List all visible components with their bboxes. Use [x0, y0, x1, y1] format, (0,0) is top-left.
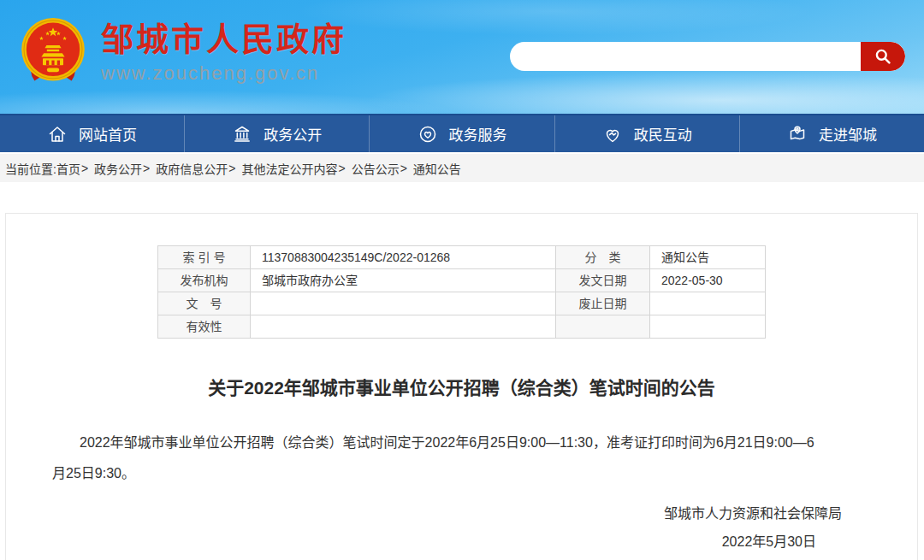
meta-label-index-number: 索 引 号 — [158, 246, 251, 269]
map-pin-icon — [787, 124, 808, 144]
meta-table: 索 引 号 11370883004235149C/2022-01268 分 类 … — [157, 245, 766, 339]
nav-item-label: 政务公开 — [264, 123, 322, 144]
meta-value-validity — [251, 315, 556, 339]
meta-table-row: 有效性 — [158, 315, 766, 339]
meta-value-repeal-date — [650, 292, 766, 315]
breadcrumb-separator: > — [143, 162, 150, 175]
nav-item-gov-services[interactable]: 政务服务 — [369, 115, 554, 152]
site-search — [510, 42, 905, 71]
nav-item-label: 走进邹城 — [819, 123, 877, 144]
nav-item-interaction[interactable]: 政民互动 — [554, 115, 739, 152]
breadcrumb-link-public-notices[interactable]: 公告公示 — [352, 160, 400, 177]
breadcrumb-link-home[interactable]: 首页 — [56, 160, 80, 177]
meta-value-issue-date: 2022-05-30 — [650, 269, 766, 292]
page: 邹城市人民政府 www.zoucheng.gov.cn 网站首页 — [0, 0, 924, 560]
breadcrumb-separator: > — [400, 162, 407, 175]
breadcrumb-link-gov-affairs[interactable]: 政务公开 — [94, 160, 142, 177]
government-building-icon — [232, 124, 252, 144]
search-button[interactable] — [861, 42, 905, 71]
handshake-heart-icon — [602, 124, 623, 144]
nav-item-label: 网站首页 — [79, 123, 137, 144]
meta-table-row: 发布机构 邹城市政府办公室 发文日期 2022-05-30 — [158, 269, 766, 292]
meta-value-issuing-agency: 邹城市政府办公室 — [251, 269, 556, 292]
meta-label-repeal-date: 废止日期 — [556, 292, 650, 315]
article-card: 索 引 号 11370883004235149C/2022-01268 分 类 … — [5, 213, 918, 560]
breadcrumb-link-notices[interactable]: 通知公告 — [413, 160, 461, 177]
article-date: 2022年5月30日 — [6, 528, 917, 556]
nav-item-gov-affairs[interactable]: 政务公开 — [184, 115, 369, 152]
nav-item-home[interactable]: 网站首页 — [0, 115, 184, 152]
meta-value-index-number: 11370883004235149C/2022-01268 — [251, 246, 556, 269]
breadcrumb-separator: > — [81, 162, 88, 175]
meta-label-validity: 有效性 — [158, 315, 251, 339]
national-emblem-icon — [19, 14, 87, 91]
main-nav: 网站首页 政务公开 政务服务 — [0, 114, 924, 152]
heart-circle-icon — [418, 124, 438, 144]
nav-item-about-city[interactable]: 走进邹城 — [739, 115, 924, 152]
meta-table-row: 文 号 废止日期 — [158, 292, 766, 315]
nav-item-label: 政务服务 — [449, 123, 507, 144]
search-input[interactable] — [510, 42, 861, 71]
site-brand-text: 邹城市人民政府 www.zoucheng.gov.cn — [101, 14, 346, 85]
site-title: 邹城市人民政府 — [101, 22, 346, 58]
meta-label-doc-number: 文 号 — [158, 292, 251, 315]
home-icon — [47, 124, 68, 144]
site-brand[interactable]: 邹城市人民政府 www.zoucheng.gov.cn — [19, 14, 346, 91]
breadcrumb-separator: > — [228, 162, 235, 175]
magnifier-icon — [874, 47, 892, 66]
site-url: www.zoucheng.gov.cn — [101, 62, 346, 85]
meta-value-empty — [650, 315, 766, 339]
meta-value-doc-number — [251, 292, 556, 315]
meta-label-category: 分 类 — [556, 246, 650, 269]
article-body: 2022年邹城市事业单位公开招聘（综合类）笔试时间定于2022年6月25日9:0… — [6, 427, 917, 489]
meta-table-row: 索 引 号 11370883004235149C/2022-01268 分 类 … — [158, 246, 766, 269]
meta-label-issuing-agency: 发布机构 — [158, 269, 251, 292]
breadcrumb-link-info-disclosure[interactable]: 政府信息公开 — [156, 160, 228, 177]
nav-item-label: 政民互动 — [634, 123, 692, 144]
meta-value-category: 通知公告 — [650, 246, 766, 269]
breadcrumb-link-other-content[interactable]: 其他法定公开内容 — [241, 160, 337, 177]
breadcrumb: 当前位置: 首页 > 政务公开 > 政府信息公开 > 其他法定公开内容 > 公告… — [0, 154, 924, 182]
article-signature: 邹城市人力资源和社会保障局 — [6, 499, 917, 528]
breadcrumb-prefix: 当前位置: — [5, 160, 56, 177]
breadcrumb-separator: > — [338, 162, 345, 175]
site-header: 邹城市人民政府 www.zoucheng.gov.cn — [0, 0, 924, 114]
article-title: 关于2022年邹城市事业单位公开招聘（综合类）笔试时间的公告 — [40, 376, 883, 399]
meta-label-empty — [556, 315, 650, 339]
meta-label-issue-date: 发文日期 — [556, 269, 650, 292]
